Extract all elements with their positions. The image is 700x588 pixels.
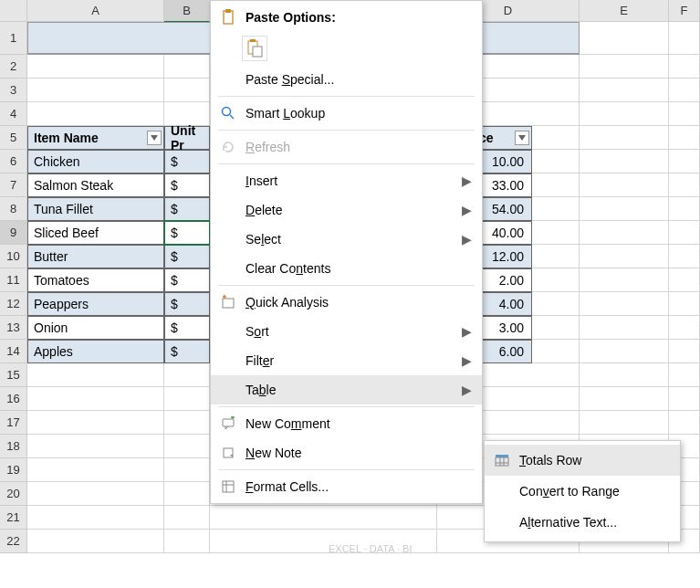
row-header[interactable]: 22 [0,530,27,553]
table-header-unit[interactable]: Unit Pr [164,126,210,150]
menu-label: Format Cells... [240,479,473,494]
menu-label: Paste Special... [240,72,473,87]
row-header[interactable]: 12 [0,292,27,316]
table-cell[interactable]: Chicken [27,150,164,173]
menu-delete[interactable]: Delete▶ [211,195,482,225]
svg-rect-4 [253,47,262,57]
submenu-alt-text[interactable]: Alternative Text... [485,507,680,538]
table-cell[interactable]: $ [164,197,210,221]
filter-dropdown[interactable] [515,131,529,145]
table-cell[interactable]: Salmon Steak [27,173,164,197]
row-header[interactable]: 18 [0,435,27,458]
menu-quick-analysis[interactable]: Quick Analysis [211,288,482,317]
column-header[interactable]: F [669,0,700,22]
menu-smart-lookup[interactable]: Smart Lookup [211,99,482,128]
menu-new-note[interactable]: New Note [211,438,482,467]
comment-icon [216,416,240,431]
cell[interactable] [27,79,164,102]
submenu-convert-range[interactable]: Convert to Range [485,476,680,507]
paste-option-default[interactable] [242,36,267,61]
svg-rect-7 [223,299,234,308]
cell[interactable] [669,79,700,102]
table-cell[interactable]: Tomatoes [27,268,164,292]
row-header[interactable]: 6 [0,150,27,173]
row-header[interactable]: 1 [0,22,27,55]
table-cell[interactable]: $ [164,340,210,363]
cell[interactable] [669,22,700,55]
cell[interactable] [580,55,669,79]
cell[interactable] [580,126,669,150]
table-cell[interactable]: $ [164,150,210,173]
menu-paste-special[interactable]: Paste Special... [211,65,482,94]
totals-icon [490,453,514,467]
column-header[interactable]: E [580,0,669,22]
cell[interactable] [580,79,669,102]
table-cell[interactable]: $ [164,292,210,316]
row-header[interactable]: 2 [0,55,27,79]
table-cell[interactable]: $ [164,245,210,268]
menu-clear-contents[interactable]: Clear Contents [211,254,482,283]
svg-point-5 [223,108,231,116]
cell[interactable] [27,363,164,387]
select-all-corner[interactable] [0,0,27,22]
row-header[interactable]: 19 [0,458,27,482]
menu-sort[interactable]: Sort▶ [211,317,482,346]
row-header[interactable]: 21 [0,506,27,530]
row-header[interactable]: 5 [0,126,27,150]
cell[interactable] [27,102,164,126]
cell[interactable] [580,22,669,55]
row-header[interactable]: 4 [0,102,27,126]
cell[interactable] [164,79,210,102]
row-header[interactable]: 14 [0,340,27,363]
table-cell[interactable]: Sliced Beef [27,221,164,245]
table-cell[interactable]: Tuna Fillet [27,197,164,221]
table-cell[interactable]: Butter [27,245,164,268]
menu-select[interactable]: Select▶ [211,225,482,254]
row-header[interactable]: 16 [0,387,27,411]
row-header[interactable]: 11 [0,268,27,292]
separator [218,406,475,407]
header-label: Unit Pr [171,123,207,152]
svg-rect-3 [250,39,256,42]
cell[interactable] [669,126,700,150]
menu-new-comment[interactable]: New Comment [211,409,482,438]
menu-filter[interactable]: Filter▶ [211,346,482,375]
table-cell[interactable]: $ [164,173,210,197]
paste-options-row [211,32,482,65]
active-cell[interactable]: $ [164,221,210,245]
cell[interactable] [669,55,700,79]
filter-dropdown[interactable] [147,131,162,145]
table-cell[interactable]: Apples [27,340,164,363]
row-header[interactable]: 13 [0,316,27,340]
cell[interactable] [164,55,210,79]
row-header[interactable]: 3 [0,79,27,102]
menu-label: Refresh [240,140,473,154]
row-header[interactable]: 8 [0,197,27,221]
table-cell[interactable]: Peappers [27,292,164,316]
row-header[interactable]: 7 [0,173,27,197]
cell[interactable] [27,55,164,79]
table-cell[interactable]: $ [164,316,210,340]
row-header[interactable]: 20 [0,482,27,506]
note-icon [216,446,240,460]
refresh-icon [216,140,240,154]
svg-rect-10 [223,481,234,492]
cell[interactable] [532,126,580,150]
menu-table[interactable]: Table▶ [211,375,482,404]
column-header[interactable]: B [164,0,210,22]
chevron-right-icon: ▶ [462,383,473,397]
row-header[interactable]: 9 [0,221,27,245]
row-header[interactable]: 10 [0,245,27,268]
menu-insert[interactable]: Insert▶ [211,166,482,195]
table-header-item[interactable]: Item Name [27,126,164,150]
row-header[interactable]: 15 [0,363,27,387]
cell[interactable] [580,102,669,126]
cell[interactable] [669,102,700,126]
table-cell[interactable]: $ [164,268,210,292]
menu-label: Filter [240,353,462,368]
table-cell[interactable]: Onion [27,316,164,340]
column-header[interactable]: A [27,0,164,22]
submenu-totals-row[interactable]: Totals Row [485,445,680,476]
menu-format-cells[interactable]: Format Cells... [211,472,482,501]
row-header[interactable]: 17 [0,411,27,435]
